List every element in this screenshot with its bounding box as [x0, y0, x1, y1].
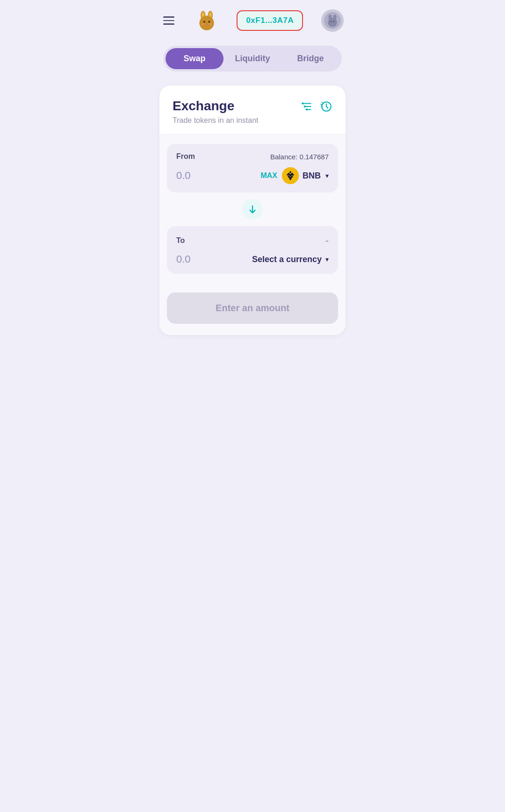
from-token-name: BNB	[303, 171, 321, 181]
to-field-header: To -	[176, 235, 329, 247]
svg-point-15	[333, 21, 335, 22]
from-balance: Balance: 0.147687	[270, 153, 329, 161]
svg-point-19	[302, 102, 303, 104]
from-token-controls: MAX	[260, 167, 329, 184]
bnb-icon	[282, 167, 299, 184]
tab-swap[interactable]: Swap	[166, 48, 224, 69]
swap-direction-button[interactable]	[242, 199, 263, 220]
svg-point-20	[304, 106, 306, 107]
exchange-card: Exchange Trade tokens in an instant	[159, 85, 346, 335]
to-label: To	[176, 236, 185, 245]
avatar-icon	[324, 12, 341, 29]
svg-point-4	[199, 16, 214, 30]
header: 0xF1...3A7A	[152, 0, 353, 41]
from-amount-input[interactable]	[176, 170, 214, 182]
from-field-header: From Balance: 0.147687	[176, 152, 329, 161]
pancakeswap-logo	[195, 8, 219, 33]
svg-point-6	[208, 21, 210, 23]
settings-icon[interactable]	[301, 100, 313, 115]
exchange-title-section: Exchange Trade tokens in an instant	[173, 99, 259, 125]
enter-amount-section: Enter an amount	[159, 283, 346, 335]
tab-bridge[interactable]: Bridge	[281, 48, 339, 69]
from-label: From	[176, 152, 195, 161]
nav-tabs: Swap Liquidity Bridge	[163, 46, 342, 71]
max-button[interactable]: MAX	[260, 171, 277, 180]
exchange-header: Exchange Trade tokens in an instant	[159, 85, 346, 135]
svg-point-9	[209, 23, 211, 25]
select-currency-label: Select a currency	[252, 255, 322, 264]
arrow-down-icon	[247, 204, 258, 214]
exchange-title: Exchange	[173, 99, 259, 114]
exchange-subtitle: Trade tokens in an instant	[173, 116, 259, 125]
svg-point-8	[202, 23, 204, 25]
tab-liquidity[interactable]: Liquidity	[224, 48, 281, 69]
svg-point-13	[328, 18, 337, 27]
to-token-field: To - Select a currency ▾	[167, 226, 338, 274]
from-input-row: MAX	[176, 167, 329, 184]
user-avatar[interactable]	[321, 9, 344, 32]
swap-arrow-container	[167, 192, 338, 226]
exchange-actions	[301, 99, 332, 115]
token-fields-area: From Balance: 0.147687 MAX	[159, 135, 346, 283]
to-currency-selector[interactable]: Select a currency ▾	[252, 255, 329, 264]
from-token-field: From Balance: 0.147687 MAX	[167, 144, 338, 192]
to-balance-dash: -	[325, 235, 329, 247]
from-token-selector[interactable]: BNB ▾	[282, 167, 329, 184]
svg-point-14	[331, 21, 332, 22]
to-input-row: Select a currency ▾	[176, 253, 329, 265]
to-chevron-icon: ▾	[325, 256, 329, 263]
svg-point-7	[205, 23, 208, 25]
svg-point-21	[306, 108, 308, 110]
enter-amount-button[interactable]: Enter an amount	[167, 292, 338, 324]
history-icon[interactable]	[320, 100, 332, 115]
to-amount-input[interactable]	[176, 253, 214, 265]
hamburger-menu[interactable]	[161, 14, 176, 27]
svg-point-5	[203, 21, 205, 23]
logo-container	[195, 8, 219, 33]
wallet-address-button[interactable]: 0xF1...3A7A	[237, 10, 303, 31]
from-chevron-icon: ▾	[325, 172, 329, 179]
